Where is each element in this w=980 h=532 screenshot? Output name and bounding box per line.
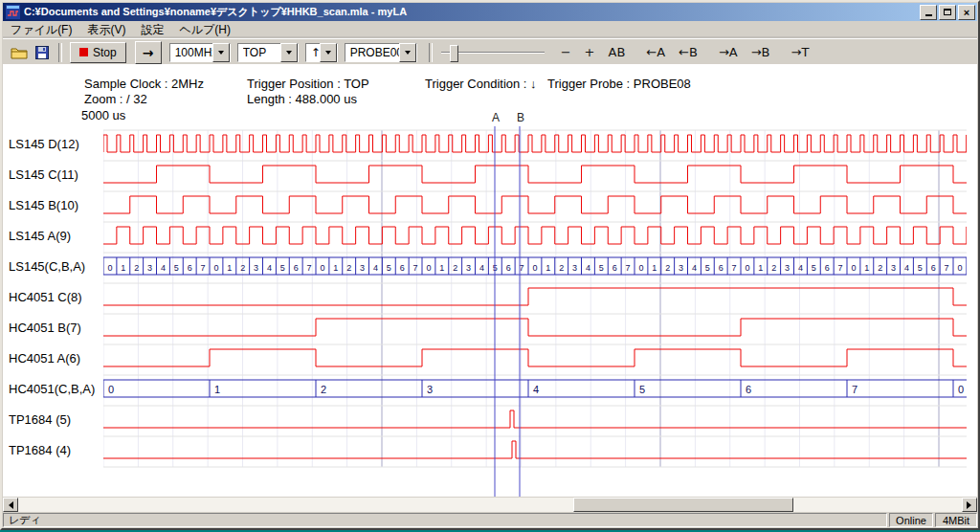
signal-label-column: LS145 D(12)LS145 C(11)LS145 B(10)LS145 A… xyxy=(9,126,102,476)
menu-file[interactable]: ファイル(F) xyxy=(3,21,79,39)
stop-icon xyxy=(79,48,88,56)
svg-text:7: 7 xyxy=(201,263,206,273)
maximize-button[interactable] xyxy=(939,5,956,20)
svg-text:7: 7 xyxy=(413,263,418,273)
waveform-hc4051-c-b-a: 012345670 xyxy=(103,380,967,397)
zoom-in-button[interactable]: + xyxy=(581,45,599,59)
status-message: レディ xyxy=(3,513,887,527)
svg-text:3: 3 xyxy=(427,384,433,395)
run-button[interactable]: → xyxy=(135,41,162,64)
chevron-down-icon[interactable] xyxy=(212,43,230,62)
cursor-ab-button[interactable]: AB xyxy=(605,45,630,59)
trigger-position-text: Trigger Position : TOP xyxy=(247,77,369,91)
trigger-position-select[interactable]: TOP xyxy=(237,43,299,62)
svg-text:1: 1 xyxy=(546,263,550,273)
cursor-b-label: B xyxy=(515,111,526,124)
svg-text:5: 5 xyxy=(639,384,645,395)
trigger-condition-text: Trigger Condition : ↓ xyxy=(425,77,537,91)
toolbar-separator xyxy=(429,43,433,62)
length-text: Length : 488.000 us xyxy=(247,92,357,106)
svg-text:5: 5 xyxy=(599,263,604,273)
chevron-down-icon[interactable] xyxy=(280,43,298,62)
trigger-edge-select[interactable]: ↑ xyxy=(305,43,338,62)
svg-text:0: 0 xyxy=(320,263,324,273)
svg-text:7: 7 xyxy=(852,384,858,395)
svg-text:0: 0 xyxy=(638,263,643,273)
move-a-right-button[interactable]: →A xyxy=(715,45,742,59)
open-file-button[interactable] xyxy=(8,42,31,63)
svg-text:4: 4 xyxy=(161,263,166,273)
triangle-left-icon xyxy=(5,501,13,509)
menubar: ファイル(F)表示(V)設定ヘルプ(H) xyxy=(3,21,977,38)
svg-text:0: 0 xyxy=(958,384,964,395)
view-buttons-group: −+AB←A←B→A→B→T xyxy=(554,45,816,59)
close-icon: × xyxy=(964,8,969,17)
close-button[interactable]: × xyxy=(958,5,975,20)
signal-label-tp1684-5: TP1684 (5) xyxy=(9,412,71,426)
svg-text:0: 0 xyxy=(213,263,218,273)
svg-text:7: 7 xyxy=(307,263,312,273)
probe-select[interactable]: PROBE00 xyxy=(345,43,417,62)
svg-text:4: 4 xyxy=(479,263,484,273)
svg-text:4: 4 xyxy=(692,263,697,273)
scroll-right-button[interactable] xyxy=(962,498,977,512)
svg-text:0: 0 xyxy=(107,263,112,273)
goto-trigger-button[interactable]: →T xyxy=(788,45,813,59)
move-b-right-button[interactable]: →B xyxy=(747,45,774,59)
signal-label-ls145-c-11: LS145 C(11) xyxy=(9,167,78,181)
zoom-text: Zoom : / 32 xyxy=(84,92,147,106)
save-file-button[interactable] xyxy=(31,42,54,63)
sample-rate-select[interactable]: 100MHz xyxy=(169,43,231,62)
trigger-probe-text: Trigger Probe : PROBE08 xyxy=(547,77,691,91)
svg-text:2: 2 xyxy=(134,263,139,273)
waveform-display[interactable]: 0123456701234567012345670123456701234567… xyxy=(103,126,967,497)
svg-text:5: 5 xyxy=(918,263,923,273)
scrollbar-thumb[interactable] xyxy=(573,498,793,512)
scroll-left-button[interactable] xyxy=(3,498,18,512)
svg-text:2: 2 xyxy=(665,263,670,273)
svg-text:0: 0 xyxy=(108,384,114,395)
svg-text:1: 1 xyxy=(758,263,763,273)
horizontal-scrollbar[interactable] xyxy=(3,498,977,512)
waveform-hc4051-c-8 xyxy=(103,288,967,305)
waveform-panel: Sample Clock : 2MHz Trigger Position : T… xyxy=(3,64,977,497)
zoom-slider-thumb[interactable] xyxy=(450,45,458,62)
signal-label-hc4051-c-8: HC4051 C(8) xyxy=(9,290,82,303)
waveform-ls145-c-11 xyxy=(103,166,967,183)
app-icon xyxy=(6,5,20,19)
svg-text:6: 6 xyxy=(612,263,617,273)
menu-view[interactable]: 表示(V) xyxy=(79,21,133,39)
svg-text:1: 1 xyxy=(333,263,338,273)
chevron-down-icon[interactable] xyxy=(320,43,337,62)
svg-text:2: 2 xyxy=(878,263,882,273)
svg-text:6: 6 xyxy=(719,263,724,273)
grid xyxy=(103,130,967,467)
svg-text:4: 4 xyxy=(533,384,539,395)
svg-text:2: 2 xyxy=(240,263,245,273)
signal-label-ls145-c-b-a: LS145(C,B,A) xyxy=(9,259,85,273)
signal-label-tp1684-4: TP1684 (4) xyxy=(9,443,71,456)
time-scale-text: 5000 us xyxy=(81,108,125,122)
waveform-ls145-a-9 xyxy=(103,227,967,244)
status-online: Online xyxy=(889,513,933,527)
scrollbar-channel[interactable] xyxy=(18,498,962,512)
zoom-out-button[interactable]: − xyxy=(557,45,575,59)
titlebar[interactable]: C:¥Documents and Settings¥noname¥デスクトップ¥… xyxy=(3,3,977,21)
menu-help[interactable]: ヘルプ(H) xyxy=(171,21,238,39)
svg-text:2: 2 xyxy=(346,263,351,273)
svg-text:4: 4 xyxy=(373,263,378,273)
menu-settings[interactable]: 設定 xyxy=(133,21,171,39)
svg-text:2: 2 xyxy=(771,263,776,273)
move-b-left-button[interactable]: ←B xyxy=(675,45,702,59)
minimize-button[interactable] xyxy=(920,5,937,20)
move-a-left-button[interactable]: ←A xyxy=(642,45,669,59)
triangle-right-icon xyxy=(967,501,975,509)
stop-button[interactable]: Stop xyxy=(70,42,126,63)
signal-label-ls145-b-10: LS145 B(10) xyxy=(9,198,78,211)
svg-text:2: 2 xyxy=(559,263,564,273)
svg-text:4: 4 xyxy=(267,263,272,273)
zoom-slider[interactable] xyxy=(441,43,545,62)
waveform-hc4051-a-6 xyxy=(103,349,967,366)
svg-text:3: 3 xyxy=(679,263,683,273)
chevron-down-icon[interactable] xyxy=(399,43,416,62)
